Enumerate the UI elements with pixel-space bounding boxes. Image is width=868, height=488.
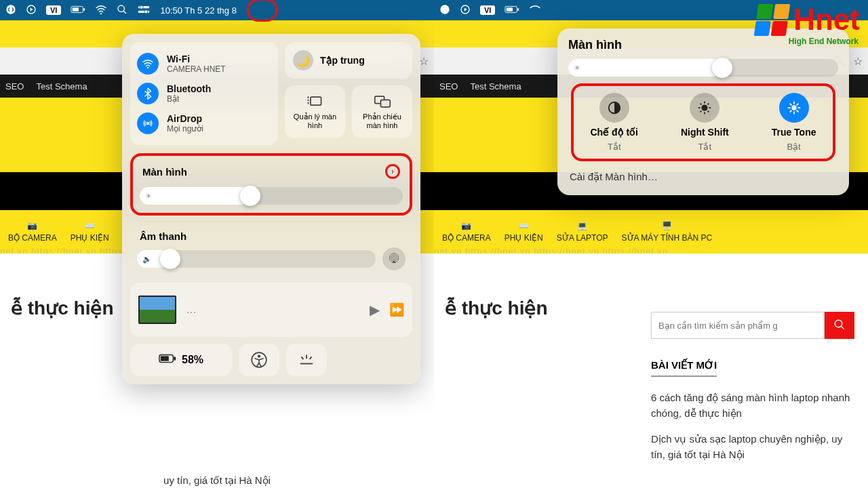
svg-point-11 xyxy=(144,9,148,13)
hnet-logo: Hnet xyxy=(756,3,860,37)
svg-point-27 xyxy=(258,354,260,357)
bluetooth-toggle[interactable]: BluetoothBật xyxy=(137,79,271,108)
svg-rect-4 xyxy=(84,8,85,11)
stage-manager-button[interactable]: Quản lý màn hình xyxy=(285,85,345,138)
red-highlight-circle xyxy=(247,0,278,22)
airdrop-subtitle: Mọi người xyxy=(167,124,203,134)
input-source-badge[interactable]: VI xyxy=(480,5,495,15)
display-label: Màn hình xyxy=(142,166,187,178)
svg-line-30 xyxy=(302,357,304,359)
nav-suapc[interactable]: 🖥️SỬA MÁY TÍNH BÀN PC xyxy=(622,221,713,243)
svg-rect-3 xyxy=(73,7,79,12)
clock-text[interactable]: 10:50 Th 5 22 thg 8 xyxy=(160,5,237,16)
dark-mode-icon xyxy=(599,93,629,123)
svg-rect-14 xyxy=(308,96,309,98)
search-button[interactable] xyxy=(825,312,854,339)
bookmark-seo[interactable]: SEO xyxy=(439,81,458,92)
moon-icon: 🌙 xyxy=(293,50,313,70)
sidebar-posts: BÀI VIẾT MỚI 6 cách tăng độ sáng màn hìn… xyxy=(651,359,854,473)
play-icon[interactable] xyxy=(26,4,37,17)
wifi-circle-icon xyxy=(137,53,159,75)
forward-button-icon[interactable]: ⏩ xyxy=(389,302,404,317)
menubar-left: VI 10:50 Th 5 22 thg 8 xyxy=(0,0,434,20)
right-screenshot: VI Hnet High End Network 🔍 ☆ SEO Test Sc… xyxy=(434,0,868,488)
nav-sualaptop[interactable]: 💻SỬA LAPTOP xyxy=(557,221,608,243)
svg-line-31 xyxy=(310,357,312,359)
play-button-icon[interactable]: ▶ xyxy=(370,302,380,318)
svg-line-44 xyxy=(708,111,709,113)
svg-line-55 xyxy=(796,104,798,106)
keyboard-brightness-button[interactable] xyxy=(286,344,327,376)
bookmark-seo[interactable]: SEO xyxy=(5,81,24,92)
focus-button[interactable]: 🌙 Tập trung xyxy=(285,42,412,79)
battery-icon[interactable] xyxy=(71,5,85,16)
nav-phukien[interactable]: ⌨️PHỤ KIỆN xyxy=(71,221,109,243)
keyboard-icon: ⌨️ xyxy=(85,221,95,230)
nav-strip: 📷BỘ CAMERA ⌨️PHỤ KIỆN 💻SỬA LAPTOP 🖥️SỬA … xyxy=(434,210,868,253)
svg-point-13 xyxy=(146,122,150,125)
brightness-slider[interactable]: ☀ xyxy=(140,187,403,205)
svg-point-20 xyxy=(393,256,396,260)
control-center-panel: Wi-FiCAMERA HNET BluetoothBật AirDropMọi… xyxy=(122,34,420,384)
svg-rect-35 xyxy=(507,7,513,12)
bluetooth-title: Bluetooth xyxy=(167,83,211,94)
shazam-icon[interactable] xyxy=(439,4,450,17)
brightness-low-icon: ☀ xyxy=(145,192,152,201)
media-title: … xyxy=(186,304,360,316)
display-settings-link[interactable]: Cài đặt Màn hình… xyxy=(568,168,838,186)
stage-icon xyxy=(306,95,323,110)
volume-slider[interactable]: 🔈 xyxy=(137,250,376,268)
night-shift-toggle[interactable]: Night Shift Tắt xyxy=(681,93,729,152)
nav-camera[interactable]: 📷BỘ CAMERA xyxy=(442,221,491,243)
airplay-audio-button[interactable] xyxy=(382,247,406,270)
dark-mode-label: Chế độ tối xyxy=(590,127,638,138)
sound-section: Âm thanh 🔈 xyxy=(130,222,412,276)
nav-phukien[interactable]: ⌨️PHỤ KIỆN xyxy=(505,221,543,243)
bookmark-schema[interactable]: Test Schema xyxy=(470,81,521,92)
battery-icon[interactable] xyxy=(505,5,519,16)
wifi-icon[interactable] xyxy=(529,5,541,16)
svg-line-7 xyxy=(123,11,126,14)
svg-line-57 xyxy=(841,326,844,329)
svg-line-46 xyxy=(708,104,709,105)
site-search xyxy=(651,312,854,339)
play-icon[interactable] xyxy=(460,4,471,17)
bookmark-schema[interactable]: Test Schema xyxy=(36,81,87,92)
battery-card[interactable]: 58% xyxy=(130,344,232,376)
svg-rect-15 xyxy=(308,99,309,101)
dark-mode-toggle[interactable]: Chế độ tối Tắt xyxy=(590,93,638,152)
true-tone-icon xyxy=(779,93,809,123)
display-chevron-icon[interactable]: › xyxy=(385,164,400,179)
wifi-title: Wi-Fi xyxy=(167,54,226,64)
bookmark-star-icon[interactable]: ☆ xyxy=(853,55,863,68)
wifi-icon[interactable] xyxy=(95,5,107,16)
svg-point-12 xyxy=(147,67,149,68)
input-source-badge[interactable]: VI xyxy=(46,5,61,15)
post-link[interactable]: 6 cách tăng độ sáng màn hình laptop nhan… xyxy=(651,390,854,421)
bookmark-star-icon[interactable]: ☆ xyxy=(419,55,429,68)
screen-mirror-button[interactable]: Phản chiếu màn hình xyxy=(352,85,412,138)
svg-point-47 xyxy=(791,105,796,110)
logo-text: Hnet xyxy=(793,3,860,37)
true-tone-toggle[interactable]: True Tone Bật xyxy=(772,93,816,152)
nav-camera[interactable]: 📷BỘ CAMERA xyxy=(8,221,57,243)
airdrop-toggle[interactable]: AirDropMọi người xyxy=(137,108,271,138)
search-input[interactable] xyxy=(651,312,825,339)
post-link[interactable]: Dịch vụ sửa sạc laptop chuyên nghiệp, uy… xyxy=(651,432,854,462)
dark-mode-state: Tắt xyxy=(608,142,621,152)
display-modes-highlighted: Chế độ tối Tắt Night Shift Tắt True Tone… xyxy=(571,83,835,161)
night-shift-icon xyxy=(690,93,719,123)
media-card[interactable]: … ▶ ⏩ xyxy=(130,283,412,337)
laptop-icon: 💻 xyxy=(577,221,587,230)
control-center-icon[interactable] xyxy=(137,5,151,16)
shazam-icon[interactable] xyxy=(5,4,16,17)
focus-label: Tập trung xyxy=(320,55,365,66)
accessibility-button[interactable] xyxy=(239,344,279,376)
wifi-toggle[interactable]: Wi-FiCAMERA HNET xyxy=(137,49,271,79)
true-tone-state: Bật xyxy=(787,142,800,152)
search-icon[interactable] xyxy=(117,4,127,17)
brightness-slider[interactable]: ☀ xyxy=(568,59,838,77)
svg-point-38 xyxy=(702,104,708,110)
display-section-highlighted: Màn hình › ☀ xyxy=(130,153,412,216)
svg-rect-16 xyxy=(308,102,309,104)
